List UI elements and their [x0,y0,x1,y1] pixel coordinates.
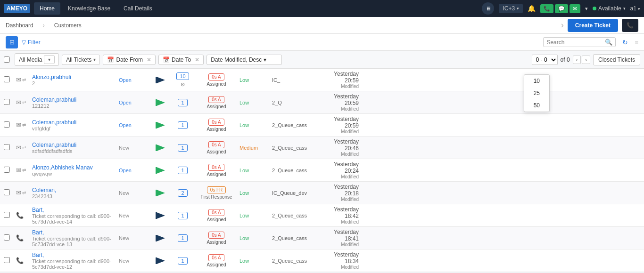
row-count: 2 [172,189,193,197]
time-value: Yesterday [321,206,359,213]
row-priority: Low [239,99,270,106]
row-time: Yesterday 20:59 Modified [321,71,359,89]
row-checkbox[interactable] [4,234,10,241]
table-row[interactable]: ✉⇄ Coleman, 2342343 New 2 0s FR First Re… [0,182,644,204]
row-checkbox[interactable] [4,76,10,82]
all-media-filter[interactable]: All Media ▾ [15,53,59,66]
email-btn[interactable]: ✉ [570,4,580,13]
row-checkbox-wrapper [4,212,14,219]
row-name[interactable]: Bart, [32,207,117,213]
time-value: Yesterday [321,138,359,145]
table-row[interactable]: ✉⇄ Alonzo,Abhishek Manav qwqwqw Open 1 0… [0,159,644,182]
row-queue: 2_Queue_cass [272,258,319,264]
refresh-icon[interactable]: ↻ [622,39,628,46]
nav-home[interactable]: Home [34,2,60,15]
row-sla: 0s A Assigned [195,119,238,132]
status-btn[interactable]: Available ▾ [593,5,625,12]
row-checkbox[interactable] [4,167,10,173]
user-btn[interactable]: a1 ▾ [630,5,640,12]
create-ticket-button[interactable]: Create Ticket [568,19,618,32]
row-name[interactable]: Coleman,prabhuli [32,96,117,103]
row-status: New [119,145,149,151]
dropdown-item-50[interactable]: 50 [524,99,549,112]
svg-marker-16 [157,257,165,264]
nav-call-details[interactable]: Call Details [118,2,158,15]
row-status: Open [119,77,149,83]
row-name[interactable]: Bart, [32,252,117,258]
row-checkbox[interactable] [4,189,10,195]
row-name[interactable]: Alonzo,prabhuli [32,74,117,80]
phone-btn[interactable]: 📞 [540,4,553,13]
nav-monitor-icon[interactable]: 🖥 [482,2,494,15]
page-count-select[interactable]: 0 - 0 10 25 50 [532,55,558,65]
chat-btn[interactable]: 💬 [555,4,568,13]
filter-bar: ⊞ ▽ Filter 🔍 ↻ ≡ [0,34,644,51]
time-value2: 18:42 [321,213,359,219]
all-tickets-filter[interactable]: All Tickets ▾ [62,55,100,65]
search-input[interactable] [546,39,603,46]
priority-label: Low [239,77,249,83]
priority-label: Low [239,258,249,264]
row-name[interactable]: Bart, [32,229,117,236]
breadcrumb-customers[interactable]: Customers [54,22,82,29]
date-from-filter[interactable]: 📅 Date From ✕ [103,55,156,65]
nav-knowledge-base[interactable]: Knowledge Base [62,2,116,15]
channel-chevron-icon[interactable]: ▾ [585,6,588,12]
row-subtext: 2342343 [32,193,117,199]
row-checkbox-wrapper [4,144,14,152]
page-next-btn[interactable]: › [582,56,590,64]
table-row[interactable]: ✉⇄ Coleman,prabhuli sdfsdfddfsdfsdfds Ne… [0,136,644,159]
row-count: 10 ⊙ [172,72,193,88]
ic-badge[interactable]: IC+3 ▾ [499,4,523,13]
row-name[interactable]: Alonzo,Abhishek Manav [32,164,117,171]
row-checkbox[interactable] [4,121,10,128]
row-subtext: vdfgfdgf [32,126,117,131]
row-name[interactable]: Coleman,prabhuli [32,142,117,148]
call-icon-btn[interactable]: 📞 [622,19,638,32]
table-row[interactable]: 📞 Bart, Ticket corresponding to call: d9… [0,227,644,249]
user-chevron-icon: ▾ [638,7,640,11]
closed-tickets-button[interactable]: Closed Tickets [593,54,640,65]
row-checkbox[interactable] [4,257,10,263]
filter-button[interactable]: ▽ Filter [22,39,41,46]
breadcrumb-dashboard[interactable]: Dashboard [6,22,33,29]
date-to-filter[interactable]: 📅 Date To ✕ [158,55,204,65]
chevron-right-icon[interactable]: › [561,20,564,30]
dropdown-item-25[interactable]: 25 [524,87,549,99]
date-from-clear-icon[interactable]: ✕ [147,56,151,63]
row-name-col: Coleman, 2342343 [32,187,117,199]
row-queue: 2_Q [272,100,319,105]
sidebar-toggle-icon[interactable]: ≡ [635,39,638,46]
flag-green-icon [156,98,166,107]
row-checkbox[interactable] [4,212,10,218]
all-tickets-chevron-icon: ▾ [93,57,96,62]
bell-icon[interactable]: 🔔 [528,5,536,12]
row-name[interactable]: Coleman,prabhuli [32,119,117,126]
row-checkbox[interactable] [4,144,10,150]
row-checkbox-wrapper [4,76,14,84]
forward-icon: ⇄ [22,145,26,150]
row-subtext: 2 [32,80,117,86]
row-flag [151,211,170,220]
row-status: New [119,190,149,196]
status-label: New [119,145,129,151]
row-name[interactable]: Coleman, [32,187,117,193]
time-value: Yesterday [321,116,359,122]
table-row[interactable]: 📞 Bart, Ticket corresponding to call: d9… [0,249,644,272]
svg-marker-8 [157,167,165,174]
date-to-clear-icon[interactable]: ✕ [195,56,199,63]
sla-badge: 0s A [208,141,224,148]
time-label: Modified [321,152,359,157]
email-type-icon: ✉ [16,167,21,174]
svg-marker-0 [157,77,165,83]
select-all-checkbox[interactable] [4,56,10,63]
dropdown-item-10[interactable]: 10 [524,75,549,87]
row-queue: 2_Queue_cass [272,145,319,151]
svg-rect-1 [156,77,157,83]
table-row[interactable]: ✉⇄ Coleman,prabhuli vdfgfdgf Open 1 0s A… [0,114,644,136]
table-row[interactable]: 📞 Bart, Ticket corresponding to call: d9… [0,204,644,227]
sort-filter[interactable]: Date Modified, Desc ▾ [206,55,282,65]
row-checkbox[interactable] [4,99,10,105]
page-prev-btn[interactable]: ‹ [573,56,581,64]
flag-green-icon [156,121,166,129]
